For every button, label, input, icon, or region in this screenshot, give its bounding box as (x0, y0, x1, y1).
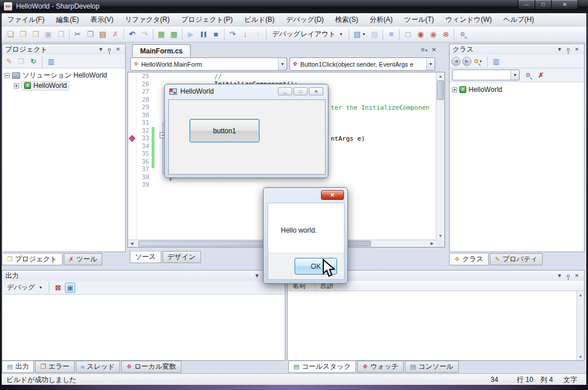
new-file-icon[interactable]: ❏ (4, 28, 17, 41)
search-icon[interactable] (523, 70, 533, 80)
menu-build[interactable]: ビルド(B) (238, 13, 280, 26)
window-list-icon[interactable]: ≡▼ (421, 46, 428, 53)
menu-project[interactable]: プロジェクト(P) (176, 13, 239, 26)
messagebox-close-button[interactable]: ✕ (321, 190, 344, 200)
tab-threads[interactable]: ≈ スレッド (76, 361, 120, 373)
tab-errors[interactable]: ❒ エラー (35, 361, 74, 373)
open-project-icon[interactable]: ❒ (29, 28, 42, 41)
expand-icon[interactable]: + (14, 83, 19, 88)
output-category-dropdown[interactable]: デバッグ ▼ (4, 282, 45, 294)
menu-help[interactable]: ヘルプ(H) (497, 13, 540, 26)
panel-menu-icon[interactable]: ▼ (96, 46, 105, 53)
menu-window[interactable]: ウィンドウ(W) (440, 13, 498, 26)
tab-properties[interactable]: ✎ プロパティ (490, 253, 543, 265)
tab-tools[interactable]: ✗ ツール (64, 253, 103, 265)
callstack-content[interactable]: ▲ ▼ (288, 291, 584, 360)
panel-menu-icon[interactable]: ▼ (253, 272, 261, 280)
menu-analyze[interactable]: 分析(A) (364, 13, 399, 26)
scroll-up-icon[interactable]: ▲ (577, 291, 584, 298)
vertical-scrollbar[interactable]: ▲ ▼ (577, 291, 584, 360)
cut-icon[interactable]: ✂ (71, 28, 84, 41)
rebuild-icon[interactable]: ▩ (168, 28, 180, 41)
step-into-icon[interactable]: ↓ (239, 28, 252, 41)
next-breakpoint-icon[interactable]: ◉ (427, 28, 439, 41)
next-bookmark-icon[interactable]: ▤ (368, 28, 381, 41)
close-icon[interactable]: ✕ (572, 46, 581, 53)
paste-icon[interactable]: ▤ (96, 28, 109, 41)
minimize-button[interactable]: — (518, 0, 535, 10)
toggle-breakpoint-icon[interactable]: ◉ (414, 28, 427, 41)
tab-source[interactable]: ソース (130, 251, 161, 263)
redo-icon[interactable]: ↷ (138, 28, 151, 41)
menu-refactor[interactable]: リファクタ(R) (119, 13, 175, 26)
output-content[interactable] (2, 295, 285, 360)
step-over-icon[interactable]: ↷ (226, 28, 239, 41)
open-file-icon[interactable]: ❐ (17, 28, 29, 41)
form-title-bar[interactable]: HelloWorld — □ ✕ (165, 84, 328, 98)
stop-icon[interactable]: ■ (210, 28, 222, 41)
pin-icon[interactable] (564, 46, 572, 53)
maximize-button[interactable]: □ (535, 0, 552, 10)
menu-search[interactable]: 検索(S) (330, 13, 364, 26)
menu-edit[interactable]: 編集(E) (50, 13, 84, 26)
pin-icon[interactable] (564, 272, 572, 280)
edit-item-icon[interactable]: ✎ (4, 56, 14, 67)
menu-tools[interactable]: ツール(T) (399, 13, 440, 26)
search-options-icon[interactable]: ▼ (473, 56, 483, 67)
copy-icon[interactable]: ❐ (84, 28, 96, 41)
clear-output-icon[interactable]: ⊠ (53, 283, 63, 293)
clear-breakpoints-icon[interactable]: ⊗ (439, 28, 452, 41)
clear-filter-icon[interactable]: ✗ (536, 70, 546, 80)
document-tab-mainform[interactable]: MainForm.cs (132, 44, 191, 57)
close-button[interactable]: ✕ (552, 0, 578, 10)
forward-icon[interactable]: ▶ (462, 57, 471, 66)
class-combo[interactable]: ❖ HelloWorld.MainForm ▼ (130, 57, 287, 71)
build-icon[interactable]: ▦ (155, 28, 168, 41)
copy-items-icon[interactable]: ❐ (16, 56, 26, 67)
member-combo[interactable]: ❖ Button1Click(object sender, EventArgs … (289, 57, 435, 71)
title-bar[interactable]: so HelloWorld - SharpDevelop — □ ✕ (0, 0, 588, 13)
back-icon[interactable]: ◀ (451, 57, 461, 66)
close-document-icon[interactable]: ✕ (431, 47, 436, 53)
tree-item-project[interactable]: + # HelloWorld (2, 80, 125, 91)
search-icon[interactable] (456, 28, 469, 41)
debug-layout-dropdown[interactable]: デバッグレイアウト ▼ (268, 28, 347, 41)
delete-icon[interactable]: ✗ (109, 28, 122, 41)
step-out-icon[interactable]: ↑ (252, 28, 264, 41)
pin-icon[interactable] (105, 46, 114, 53)
scroll-down-icon[interactable]: ▼ (577, 353, 584, 360)
vertical-scrollbar[interactable]: ▲ ▼ (436, 72, 444, 240)
menu-file[interactable]: ファイル(F) (2, 13, 50, 26)
tree-item-solution[interactable]: − ソリューション HelloWorld (2, 70, 125, 80)
menu-debug[interactable]: デバッグ(D) (280, 13, 330, 26)
helloworld-form-window[interactable]: HelloWorld — □ ✕ button1 (164, 84, 328, 178)
form-close-button[interactable]: ✕ (309, 87, 323, 95)
chevron-down-icon[interactable]: ▼ (510, 70, 519, 80)
tab-project[interactable]: ❐ プロジェクト (2, 253, 63, 265)
tree-item-helloworld[interactable]: + # HelloWorld (450, 84, 584, 95)
scroll-right-icon[interactable]: ▶ (428, 240, 436, 247)
collapse-icon[interactable]: − (5, 73, 10, 78)
menu-view[interactable]: 表示(V) (84, 13, 119, 26)
tab-output[interactable]: ▤ 出力 (2, 361, 34, 373)
comment-region-icon[interactable]: ◻ (401, 28, 414, 41)
scroll-left-icon[interactable]: ◀ (128, 240, 136, 247)
tab-local-variables[interactable]: ❖ ローカル変数 (121, 361, 181, 373)
run-icon[interactable]: ▶ (184, 28, 197, 41)
scrollbar-thumb[interactable] (437, 80, 444, 100)
panel-menu-icon[interactable]: ▼ (555, 272, 564, 280)
chevron-down-icon[interactable]: ▼ (426, 58, 435, 70)
tab-console[interactable]: ▤ コンソール (405, 361, 459, 373)
tab-watch[interactable]: ❖ ウォッチ (357, 361, 404, 373)
format-code-icon[interactable]: ≡ (385, 28, 397, 41)
book-icon[interactable]: ▥ (46, 56, 56, 67)
panel-menu-icon[interactable]: ▼ (555, 46, 564, 53)
undo-icon[interactable]: ↶ (126, 28, 138, 41)
expand-icon[interactable]: + (452, 87, 457, 92)
bookmark-menu-icon[interactable]: ▤▼ (351, 28, 368, 41)
scroll-up-icon[interactable]: ▲ (436, 72, 444, 80)
pause-icon[interactable] (197, 28, 210, 41)
save-icon[interactable]: ▣ (42, 28, 55, 41)
chevron-down-icon[interactable]: ▼ (278, 58, 287, 70)
form-maximize-button[interactable]: □ (293, 87, 308, 95)
